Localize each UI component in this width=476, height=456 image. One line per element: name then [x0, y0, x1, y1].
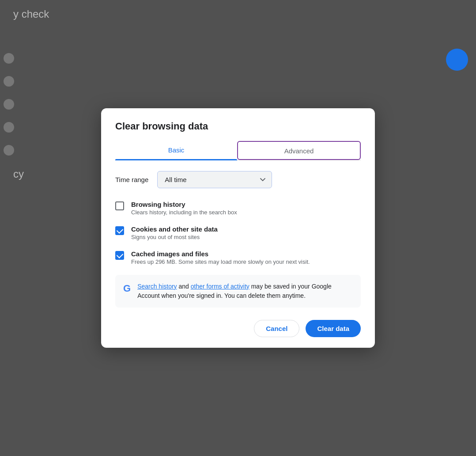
time-range-select[interactable]: Last hour Last 24 hours Last 7 days Last…: [157, 171, 272, 188]
checkbox-label-browsing-history: Browsing history: [131, 201, 237, 208]
bg-sidebar-icon-2: [4, 76, 14, 87]
checkbox-desc-browsing-history: Clears history, including in the search …: [131, 209, 237, 216]
other-forms-link[interactable]: other forms of activity: [191, 283, 249, 290]
checkbox-wrap-browsing-history: [115, 201, 124, 210]
checkbox-label-cached: Cached images and files: [131, 250, 310, 258]
checkbox-wrap-cookies: [115, 226, 124, 235]
checkbox-wrap-cached: [115, 251, 124, 260]
checkbox-item-cached: Cached images and files Frees up 296 MB.…: [115, 250, 361, 265]
checkbox-cached[interactable]: [115, 251, 124, 260]
bg-sidebar: [4, 53, 14, 156]
google-logo: G: [123, 283, 130, 294]
checkbox-desc-cached: Frees up 296 MB. Some sites may load mor…: [131, 258, 310, 265]
tabs-container: Basic Advanced: [115, 141, 361, 160]
bg-sidebar-icon-4: [4, 122, 14, 133]
checkbox-text-browsing-history: Browsing history Clears history, includi…: [131, 201, 237, 216]
checkbox-item-cookies: Cookies and other site data Signs you ou…: [115, 225, 361, 240]
info-box-text: Search history and other forms of activi…: [137, 282, 353, 300]
info-text-and: and: [179, 283, 191, 290]
clear-data-button[interactable]: Clear data: [306, 320, 361, 337]
dialog-title: Clear browsing data: [115, 121, 361, 132]
checkbox-cookies[interactable]: [115, 226, 124, 235]
tab-basic[interactable]: Basic: [115, 141, 237, 160]
time-range-row: Time range Last hour Last 24 hours Last …: [115, 171, 361, 188]
search-history-link[interactable]: Search history: [137, 283, 177, 290]
bg-sidebar-icon-3: [4, 99, 14, 110]
bg-text-check: y check: [13, 8, 49, 20]
checkbox-item-browsing-history: Browsing history Clears history, includi…: [115, 201, 361, 216]
tab-advanced[interactable]: Advanced: [237, 141, 361, 160]
dialog-buttons: Cancel Clear data: [115, 320, 361, 337]
checkbox-label-cookies: Cookies and other site data: [131, 225, 218, 233]
checkbox-desc-cookies: Signs you out of most sites: [131, 234, 218, 240]
bg-sidebar-icon-5: [4, 145, 14, 156]
checkbox-text-cookies: Cookies and other site data Signs you ou…: [131, 225, 218, 240]
bg-circle: [446, 49, 468, 71]
cancel-button[interactable]: Cancel: [254, 320, 299, 337]
checkbox-browsing-history[interactable]: [115, 201, 124, 210]
google-info-box: G Search history and other forms of acti…: [115, 275, 361, 308]
time-range-label: Time range: [115, 176, 148, 183]
bg-text-cy: cy: [13, 168, 24, 180]
bg-sidebar-icon-1: [4, 53, 14, 64]
clear-browsing-data-dialog: Clear browsing data Basic Advanced Time …: [101, 108, 375, 348]
checkbox-text-cached: Cached images and files Frees up 296 MB.…: [131, 250, 310, 265]
